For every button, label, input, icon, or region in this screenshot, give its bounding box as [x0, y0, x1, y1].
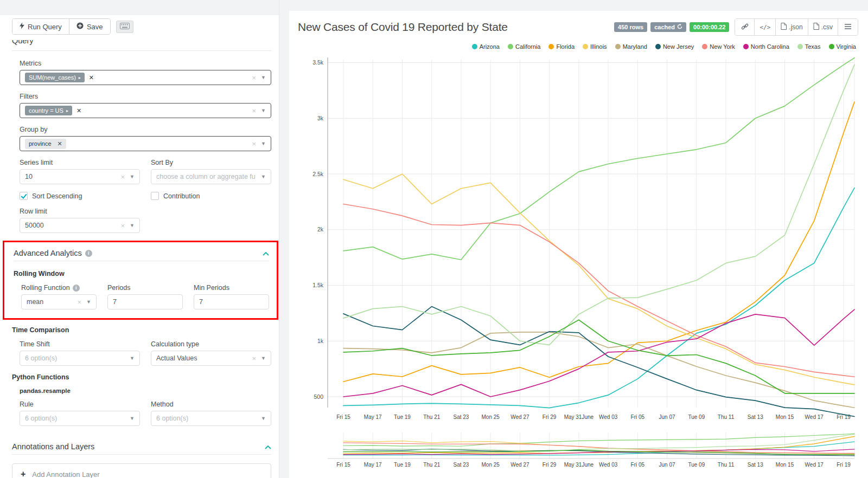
contribution-checkbox[interactable] — [151, 192, 159, 200]
rolling-function-select[interactable]: mean × ▼ — [21, 294, 97, 309]
file-icon — [813, 23, 819, 31]
clear-icon[interactable]: × — [120, 173, 125, 181]
legend-item[interactable]: New York — [702, 43, 735, 50]
remove-filter-icon[interactable]: ✕ — [76, 107, 81, 114]
clear-icon[interactable]: × — [252, 107, 256, 115]
series-line-california — [343, 434, 854, 446]
rule-select[interactable]: 6 option(s) ▼ — [20, 411, 140, 426]
groupby-tag[interactable]: province✕ — [25, 139, 66, 149]
metrics-select[interactable]: SUM(new_cases)▸ ✕ × ▼ — [20, 70, 271, 85]
chevron-down-icon[interactable]: ▼ — [130, 223, 135, 228]
save-label: Save — [87, 23, 103, 31]
cached-badge[interactable]: cached — [650, 22, 686, 32]
x-axis-tick-label: Thu 11 — [718, 462, 735, 468]
legend-label: Florida — [556, 43, 575, 50]
chevron-down-icon[interactable]: ▼ — [261, 416, 266, 421]
x-axis-tick-label: May 17 — [364, 414, 382, 420]
x-axis-tick-label: Thu 21 — [423, 414, 441, 420]
method-select[interactable]: 6 option(s) ▼ — [151, 411, 271, 426]
min-periods-input[interactable] — [194, 294, 269, 309]
plus-circle-icon — [76, 22, 84, 31]
x-axis-tick-label: Wed 03 — [599, 462, 618, 468]
bolt-icon — [20, 22, 24, 31]
chevron-down-icon[interactable]: ▼ — [86, 299, 91, 305]
save-button[interactable]: Save — [69, 19, 110, 34]
clear-icon[interactable]: × — [252, 354, 256, 363]
calculation-type-select[interactable]: Actual Values × ▼ — [151, 351, 271, 366]
sort-descending-checkbox[interactable] — [20, 192, 28, 200]
chevron-down-icon[interactable]: ▼ — [261, 108, 266, 113]
legend-item[interactable]: Texas — [797, 43, 821, 50]
y-axis-tick-label: 2k — [317, 226, 324, 232]
legend-item[interactable]: New Jersey — [655, 43, 694, 50]
sort-by-label: Sort By — [151, 159, 271, 166]
sort-by-select[interactable]: choose a column or aggregate fu ▼ — [151, 169, 271, 184]
x-axis-tick-label: Sat 23 — [453, 462, 469, 468]
export-json-button[interactable]: .json — [776, 19, 808, 35]
embed-code-button[interactable]: </> — [755, 19, 776, 35]
chevron-down-icon[interactable]: ▼ — [261, 356, 266, 361]
advanced-analytics-header[interactable]: Advanced Analytics i — [14, 249, 269, 257]
remove-groupby-icon[interactable]: ✕ — [58, 140, 62, 147]
export-csv-button[interactable]: .csv — [808, 19, 838, 35]
x-axis-tick-label: Mon 15 — [776, 462, 794, 468]
x-axis-tick-label: Tue 09 — [688, 462, 705, 468]
x-axis-tick-label: Wed 27 — [510, 462, 529, 468]
legend-item[interactable]: Maryland — [615, 43, 647, 50]
chevron-up-icon[interactable] — [265, 442, 271, 451]
clear-icon[interactable]: × — [77, 298, 81, 306]
control-panel: Run Query Save Query M — [0, 0, 279, 478]
legend-item[interactable]: North Carolina — [743, 43, 789, 50]
chevron-down-icon[interactable]: ▼ — [130, 174, 135, 179]
filter-tag[interactable]: country = US▸ — [25, 106, 72, 115]
keyboard-shortcuts-button[interactable] — [116, 21, 133, 33]
clear-icon[interactable]: × — [252, 74, 256, 82]
series-limit-label: Series limit — [20, 159, 140, 166]
contribution-label: Contribution — [163, 192, 200, 200]
groupby-select[interactable]: province✕ × ▼ — [20, 136, 271, 151]
clear-icon[interactable]: × — [120, 222, 125, 230]
legend-item[interactable]: California — [508, 43, 540, 50]
series-line-florida — [343, 102, 854, 382]
legend-item[interactable]: Florida — [548, 43, 575, 50]
remove-metric-icon[interactable]: ✕ — [89, 74, 94, 81]
legend-item[interactable]: Illinois — [583, 43, 607, 50]
run-query-button[interactable]: Run Query — [12, 19, 69, 34]
hamburger-menu-icon — [845, 23, 851, 31]
legend-item[interactable]: Arizona — [472, 43, 500, 50]
clear-icon[interactable]: × — [252, 140, 256, 148]
chevron-up-icon[interactable] — [263, 249, 269, 257]
filters-select[interactable]: country = US▸ ✕ × ▼ — [20, 103, 271, 118]
legend-item[interactable]: Virginia — [829, 43, 857, 50]
short-link-button[interactable] — [735, 19, 755, 35]
legend-label: Virginia — [837, 43, 857, 50]
chevron-down-icon[interactable]: ▼ — [261, 141, 266, 146]
series-line-new-jersey — [343, 307, 854, 417]
x-axis-tick-label: Fri 15 — [336, 414, 350, 420]
metric-tag[interactable]: SUM(new_cases)▸ — [25, 73, 85, 82]
add-annotation-layer-button[interactable]: + Add Annotation Layer — [12, 463, 271, 478]
time-shift-select[interactable]: 6 option(s) ▼ — [20, 351, 140, 366]
x-axis-tick-label: May 17 — [364, 462, 382, 468]
periods-input[interactable] — [107, 294, 183, 309]
legend-label: North Carolina — [751, 43, 789, 50]
annotations-header[interactable]: Annotations and Layers — [12, 442, 271, 451]
legend-swatch — [829, 44, 834, 49]
query-timer-badge: 00:00:00.22 — [690, 22, 729, 32]
chevron-down-icon[interactable]: ▼ — [261, 174, 266, 179]
chevron-down-icon[interactable]: ▼ — [130, 416, 135, 421]
chart-menu-button[interactable] — [838, 19, 858, 35]
legend-label: Illinois — [590, 43, 607, 50]
method-label: Method — [151, 401, 271, 408]
chevron-down-icon[interactable]: ▼ — [261, 75, 266, 80]
chevron-down-icon[interactable]: ▼ — [130, 356, 135, 361]
x-axis-tick-label: Sat 13 — [748, 462, 763, 468]
mini-chart-svg[interactable]: Fri 15May 17Tue 19Thu 21Sat 23Mon 25Wed … — [298, 428, 857, 471]
legend-label: New Jersey — [663, 43, 694, 50]
chart-actions: </> .json .csv — [735, 18, 858, 36]
pandas-resample-label: pandas.resample — [20, 387, 271, 394]
x-axis-tick-label: Fri 29 — [542, 462, 557, 468]
row-limit-select[interactable]: 50000 × ▼ — [20, 218, 140, 233]
series-limit-select[interactable]: 10 × ▼ — [20, 169, 140, 184]
x-axis-tick-label: Fri 05 — [631, 462, 645, 468]
